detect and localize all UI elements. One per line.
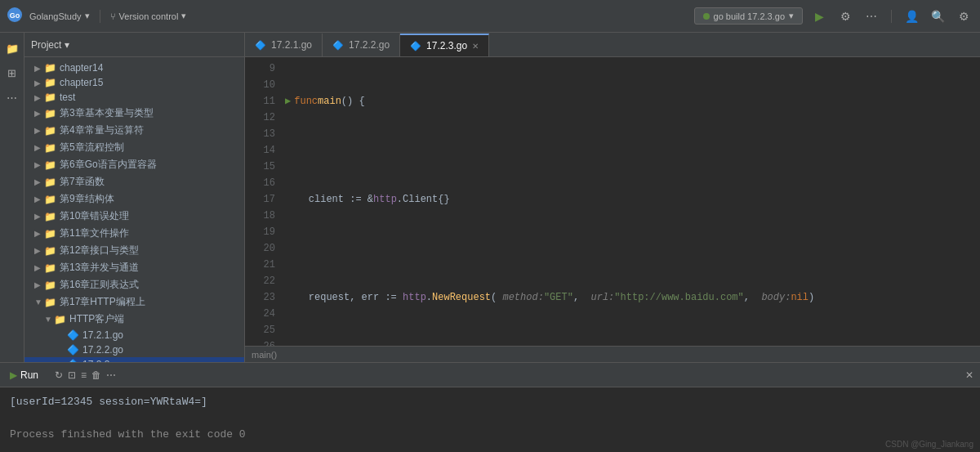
folder-icon: 📁	[44, 77, 57, 88]
watermark: CSDN @Ging_Jiankang	[885, 440, 973, 449]
line-numbers: 910111213 1415161718 1920212223 24252627…	[245, 57, 282, 346]
tree-item-chapter15[interactable]: ▶ 📁 chapter15	[24, 75, 244, 90]
tree-label: 17.2.1.go	[82, 329, 123, 341]
tabs-bar: 🔷 17.2.1.go 🔷 17.2.2.go 🔷 17.2.3.go ✕	[245, 33, 980, 57]
branch-icon: ⑂	[110, 11, 116, 21]
tree-item-ch7[interactable]: ▶ 📁 第7章函数	[24, 173, 244, 190]
tree-item-ch9[interactable]: ▶ 📁 第9章结构体	[24, 190, 244, 208]
clear-icon[interactable]: 🗑	[91, 369, 101, 381]
tab-icon: 🔷	[410, 41, 421, 51]
code-line-11: client := &http.Client{}	[285, 191, 980, 208]
tree-item-17-2-1[interactable]: 🔷 17.2.1.go	[24, 328, 244, 342]
tree-arrow: ▶	[34, 195, 44, 204]
tab-17-2-2[interactable]: 🔷 17.2.2.go	[323, 34, 400, 56]
tree-item-test[interactable]: ▶ 📁 test	[24, 90, 244, 105]
stop-icon[interactable]: ⊡	[68, 369, 76, 381]
code-editor[interactable]: 910111213 1415161718 1920212223 24252627…	[245, 57, 980, 346]
tree-arrow: ▶	[34, 109, 44, 118]
filter-icon[interactable]: ≡	[81, 369, 87, 381]
bottom-panel-close[interactable]: ✕	[965, 369, 973, 381]
bottom-tabs-bar: ▶ Run ↻ ⊡ ≡ 🗑 ⋯ ✕	[0, 363, 980, 387]
tree-item-ch11[interactable]: ▶ 📁 第11章文件操作	[24, 225, 244, 242]
tab-label: 17.2.1.go	[271, 39, 312, 51]
tree-label: 第6章Go语言内置容器	[60, 158, 157, 172]
tree-item-http-client[interactable]: ▼ 📁 HTTP客户端	[24, 311, 244, 328]
output-line-process: Process finished with the exit code 0	[10, 427, 970, 443]
run-config-arrow: ▾	[789, 11, 794, 21]
app-title-menu[interactable]: GolangStudy ▾	[29, 11, 90, 21]
tab-17-2-3[interactable]: 🔷 17.2.3.go ✕	[400, 34, 489, 56]
settings-button[interactable]: ⚙	[954, 7, 973, 26]
tree-arrow: ▶	[34, 126, 44, 135]
sidebar-icon-structure[interactable]: ⊞	[3, 64, 21, 82]
run-button[interactable]: ▶	[809, 7, 829, 26]
tree-label: HTTP客户端	[69, 312, 124, 326]
tree-item-ch5[interactable]: ▶ 📁 第5章流程控制	[24, 139, 244, 156]
version-control-label: Version control	[119, 11, 179, 21]
tree-item-ch13[interactable]: ▶ 📁 第13章并发与通道	[24, 259, 244, 276]
run-config-button[interactable]: go build 17.2.3.go ▾	[694, 7, 803, 25]
project-header[interactable]: Project ▾	[24, 33, 244, 57]
separator-2	[891, 10, 892, 23]
tree-label: 第11章文件操作	[60, 226, 129, 240]
code-line-12	[285, 240, 980, 257]
code-line-9: ▶func main() {	[285, 93, 980, 110]
tree-item-chapter14[interactable]: ▶ 📁 chapter14	[24, 60, 244, 75]
tree-item-ch16[interactable]: ▶ 📁 第16章正则表达式	[24, 276, 244, 293]
tab-close-button[interactable]: ✕	[472, 42, 479, 51]
sidebar-icon-more[interactable]: ⋯	[3, 88, 21, 106]
tree-label: 第3章基本变量与类型	[60, 106, 154, 120]
top-bar: Go GolangStudy ▾ ⑂ Version control ▾ go …	[0, 0, 980, 33]
tree-label: 第17章HTTP编程上	[60, 295, 145, 309]
rerun-icon[interactable]: ↻	[55, 369, 63, 381]
folder-icon: 📁	[44, 245, 57, 257]
app-title-arrow: ▾	[85, 11, 90, 21]
tree-arrow: ▼	[34, 298, 44, 307]
editor-status-bar: main()	[245, 346, 980, 362]
tree-item-ch6[interactable]: ▶ 📁 第6章Go语言内置容器	[24, 156, 244, 173]
code-line-10	[285, 142, 980, 159]
go-file-icon: 🔷	[67, 329, 80, 341]
tree-arrow: ▶	[34, 229, 44, 238]
project-tree: ▶ 📁 chapter14 ▶ 📁 chapter15 ▶ 📁 test ▶ 📁	[24, 57, 244, 362]
folder-icon: 📁	[44, 62, 57, 74]
tree-item-ch17[interactable]: ▼ 📁 第17章HTTP编程上	[24, 293, 244, 311]
tree-item-ch10[interactable]: ▶ 📁 第10章错误处理	[24, 208, 244, 225]
profile-button[interactable]: 👤	[902, 7, 921, 26]
tab-icon: 🔷	[255, 40, 266, 51]
tree-label: 第5章流程控制	[60, 141, 124, 154]
folder-icon: 📁	[44, 280, 57, 291]
code-line-13: request, err := http.NewRequest( method:…	[285, 289, 980, 306]
debug-button[interactable]: ⚙	[835, 7, 855, 26]
tree-item-ch12[interactable]: ▶ 📁 第12章接口与类型	[24, 242, 244, 259]
tab-label: 17.2.2.go	[349, 39, 390, 51]
separator-1	[100, 10, 100, 23]
sidebar-icon-folder[interactable]: 📁	[3, 39, 21, 57]
more-button[interactable]: ⋯	[862, 7, 881, 26]
search-button[interactable]: 🔍	[928, 7, 947, 26]
folder-icon: 📁	[44, 297, 57, 308]
tree-label: 第4章常量与运算符	[60, 123, 144, 137]
tree-item-ch4[interactable]: ▶ 📁 第4章常量与运算符	[24, 122, 244, 139]
run-tab[interactable]: ▶ Run	[7, 369, 42, 381]
project-header-label: Project	[31, 39, 61, 51]
tree-label: chapter15	[60, 77, 103, 88]
code-content[interactable]: ▶func main() { client := &http.Client{} …	[282, 57, 980, 346]
tab-17-2-1[interactable]: 🔷 17.2.1.go	[245, 34, 323, 56]
folder-icon: 📁	[54, 314, 67, 325]
folder-icon: 📁	[44, 159, 57, 171]
tree-arrow: ▶	[34, 246, 44, 255]
tree-label: 第16章正则表达式	[60, 278, 139, 292]
tree-item-ch3[interactable]: ▶ 📁 第3章基本变量与类型	[24, 105, 244, 122]
tree-arrow: ▼	[44, 315, 54, 324]
more-options-icon[interactable]: ⋯	[106, 369, 116, 381]
version-control-menu[interactable]: ⑂ Version control ▾	[110, 11, 187, 21]
app-title: GolangStudy	[29, 11, 82, 21]
project-panel: Project ▾ ▶ 📁 chapter14 ▶ 📁 chapter15 ▶ …	[24, 33, 245, 362]
tree-arrow: ▶	[34, 78, 44, 87]
project-header-arrow: ▾	[65, 39, 69, 51]
tree-item-17-2-2[interactable]: 🔷 17.2.2.go	[24, 342, 244, 357]
top-bar-right: go build 17.2.3.go ▾ ▶ ⚙ ⋯ 👤 🔍 ⚙	[694, 7, 973, 26]
sidebar-icons: 📁 ⊞ ⋯	[0, 33, 24, 362]
folder-icon: 📁	[44, 194, 57, 205]
